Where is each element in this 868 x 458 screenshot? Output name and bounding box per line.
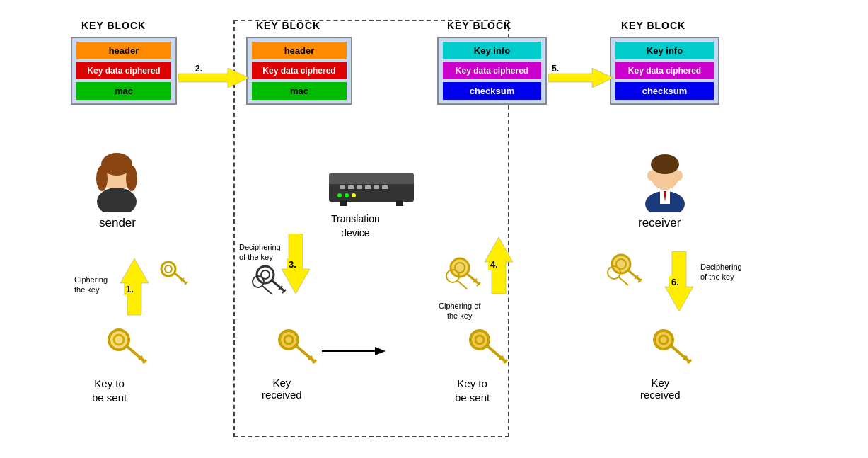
kb1-header: header <box>76 42 171 59</box>
svg-point-71 <box>676 171 683 181</box>
translation-device-label: Translationdevice <box>331 212 380 240</box>
svg-point-46 <box>352 193 356 197</box>
decipher-label-left: Decipheringof the key <box>239 242 281 263</box>
step-4-label: 4. <box>488 258 500 270</box>
arrow-right-2 <box>178 65 249 91</box>
keyblock-label-4: KEY BLOCK <box>621 20 685 31</box>
translation-device-svg <box>325 170 417 209</box>
svg-rect-39 <box>348 185 354 189</box>
kb1-keydata: Key data ciphered <box>76 62 171 79</box>
svg-line-15 <box>126 345 146 362</box>
svg-line-61 <box>487 345 507 362</box>
keyblock-box-1: header Key data ciphered mac <box>71 37 177 105</box>
svg-point-44 <box>337 193 342 197</box>
kb4-checksum: checksum <box>615 82 714 100</box>
decipher-label-right: Decipheringof the key <box>700 262 742 282</box>
diagram-container: KEY BLOCK header Key data ciphered mac s… <box>0 0 868 458</box>
keys-icon-3 <box>444 255 487 297</box>
sender-avatar <box>92 149 141 212</box>
keyblock-box-4: Key info Key data ciphered checksum <box>610 37 719 105</box>
kb4-keyinfo: Key info <box>615 42 714 59</box>
step-5-label: 5. <box>552 64 559 74</box>
step-6-label: 6. <box>669 276 681 288</box>
cipher-label-1: Cipheringthe key <box>74 275 108 295</box>
svg-marker-35 <box>375 347 386 355</box>
key-to-be-sent-label-2: Key tobe sent <box>455 377 490 404</box>
kb3-checksum: checksum <box>443 82 541 100</box>
key-single-1 <box>105 326 151 372</box>
svg-rect-38 <box>340 185 345 189</box>
key-to-send-2 <box>465 326 511 372</box>
svg-point-21 <box>257 266 274 283</box>
keys-icon-2 <box>251 262 290 301</box>
kb3-keydata: Key data ciphered <box>443 62 541 79</box>
svg-line-80 <box>618 277 628 285</box>
svg-rect-48 <box>396 200 403 206</box>
svg-line-27 <box>262 286 272 294</box>
svg-rect-41 <box>365 185 371 189</box>
svg-point-45 <box>345 193 349 197</box>
svg-rect-5 <box>110 188 124 195</box>
kb2-mac: mac <box>252 82 347 100</box>
svg-point-9 <box>165 265 172 273</box>
svg-line-10 <box>174 273 186 283</box>
svg-marker-19 <box>178 68 249 88</box>
key-received-trans <box>274 326 320 372</box>
svg-point-69 <box>651 154 679 174</box>
keyblock-box-3: Key info Key data ciphered checksum <box>437 37 547 105</box>
sender-label: sender <box>99 216 136 230</box>
keyblock-box-2: header Key data ciphered mac <box>246 37 352 105</box>
receiver-figure <box>640 149 690 215</box>
svg-point-4 <box>126 166 137 191</box>
kb3-keyinfo: Key info <box>443 42 541 59</box>
svg-rect-42 <box>374 185 379 189</box>
kb2-header: header <box>252 42 347 59</box>
receiver-label: receiver <box>638 216 681 230</box>
keyblock-label-1: KEY BLOCK <box>81 20 146 31</box>
svg-point-18 <box>110 331 128 349</box>
kb2-keydata: Key data ciphered <box>252 62 347 79</box>
key-received-receiver <box>649 326 695 372</box>
kb4-keydata: Key data ciphered <box>615 62 714 79</box>
svg-point-8 <box>161 262 175 276</box>
svg-rect-37 <box>329 173 414 184</box>
key-received-label-receiver: Keyreceived <box>640 377 681 401</box>
svg-rect-40 <box>357 185 362 189</box>
svg-line-31 <box>296 345 316 362</box>
sender-figure <box>92 149 141 215</box>
keyblock-label-3: KEY BLOCK <box>447 20 511 31</box>
svg-point-3 <box>96 166 108 191</box>
svg-line-84 <box>671 345 690 362</box>
keys-icon-1 <box>154 258 193 294</box>
kb1-mac: mac <box>76 82 171 100</box>
cipher-label-2: Ciphering ofthe key <box>439 301 480 321</box>
receiver-avatar <box>640 149 690 212</box>
svg-line-57 <box>457 280 467 289</box>
svg-line-76 <box>627 270 641 281</box>
key-to-be-sent-label-1: Key tobe sent <box>92 377 127 404</box>
arrow-right-key <box>322 341 386 361</box>
step-2-label: 2. <box>195 64 202 74</box>
svg-line-23 <box>272 280 285 292</box>
svg-point-70 <box>647 171 654 181</box>
step-1-label: 1. <box>124 283 136 295</box>
svg-line-53 <box>466 273 480 285</box>
svg-rect-47 <box>340 200 347 206</box>
keyblock-label-2: KEY BLOCK <box>256 20 320 31</box>
keys-icon-4 <box>606 251 648 294</box>
svg-rect-43 <box>382 185 388 189</box>
key-received-label-trans: Keyreceived <box>262 377 302 401</box>
